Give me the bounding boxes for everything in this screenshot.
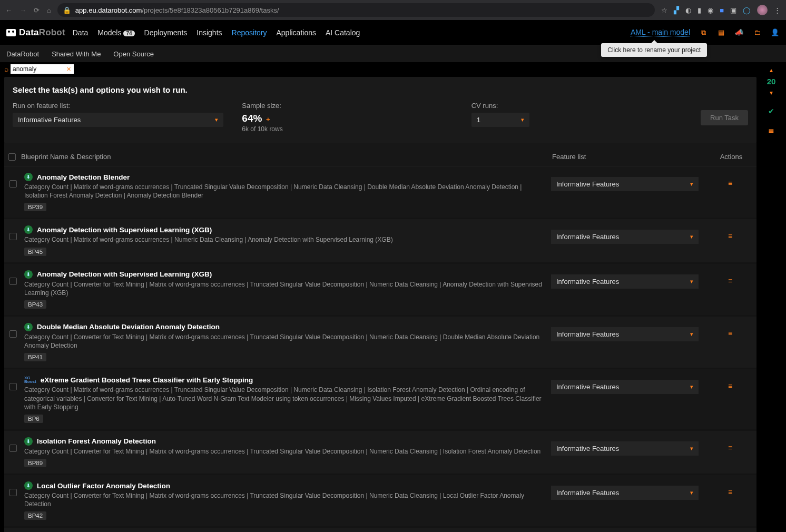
check-circle-icon[interactable]: ✔	[768, 107, 774, 115]
row-feature-list-dropdown[interactable]: Informative Features▾	[551, 486, 699, 500]
url-bar[interactable]: 🔒 app.eu.datarobot.com/projects/5e8f1832…	[57, 3, 655, 17]
lock-icon: 🔒	[63, 6, 71, 14]
blueprint-description: Category Count | Converter for Text Mini…	[24, 280, 547, 297]
share-icon[interactable]: ⧉	[699, 28, 708, 37]
browser-chrome: ← → ⟳ ⌂ 🔒 app.eu.datarobot.com/projects/…	[0, 0, 786, 20]
blueprint-title[interactable]: Double Median Absolute Deviation Anomaly…	[37, 323, 220, 331]
row-checkbox[interactable]	[9, 180, 17, 188]
chevron-down-icon[interactable]: ▾	[770, 89, 773, 96]
table-row: ⬇Mahalanobis Distance Ranked Anomaly Det…	[4, 528, 756, 532]
ext-4-icon[interactable]: ◉	[708, 6, 713, 14]
row-checkbox[interactable]	[9, 445, 17, 452]
row-actions-icon[interactable]: ≡	[709, 481, 751, 496]
chevron-down-icon: ▾	[690, 445, 693, 452]
blueprint-title[interactable]: Local Outlier Factor Anomaly Detection	[37, 482, 170, 490]
row-feature-list-value: Informative Features	[556, 383, 619, 391]
row-actions-icon[interactable]: ≡	[709, 437, 751, 452]
table-row: XG BoosteXtreme Gradient Boosted Trees C…	[4, 369, 756, 431]
row-actions-icon[interactable]: ≡	[709, 323, 751, 338]
home-icon[interactable]: ⌂	[47, 6, 51, 14]
blueprint-id-badge: BP45	[24, 248, 46, 256]
table-row: ⬇Isolation Forest Anomaly DetectionCateg…	[4, 431, 756, 475]
subtab-shared-with-me[interactable]: Shared With Me	[52, 50, 101, 58]
star-icon[interactable]: ☆	[661, 6, 667, 14]
menu-item-applications[interactable]: Applications	[276, 28, 316, 37]
menu-item-data[interactable]: Data	[73, 28, 89, 37]
blueprint-title[interactable]: Anomaly Detection with Supervised Learni…	[37, 270, 212, 278]
user-icon[interactable]: 👤	[770, 28, 780, 36]
subtab-datarobot[interactable]: DataRobot	[6, 50, 39, 58]
row-feature-list-dropdown[interactable]: Informative Features▾	[551, 177, 699, 191]
ext-5-icon[interactable]: ■	[720, 6, 724, 14]
menu-item-repository[interactable]: Repository	[232, 28, 267, 37]
url-domain: app.eu.datarobot.com	[75, 6, 142, 14]
row-actions-icon[interactable]: ≡	[709, 173, 751, 188]
row-checkbox[interactable]	[9, 233, 17, 240]
avatar[interactable]	[757, 5, 768, 15]
blueprint-id-badge: BP39	[24, 203, 46, 211]
back-icon[interactable]: ←	[5, 6, 12, 14]
row-feature-list-dropdown[interactable]: Informative Features▾	[551, 274, 699, 289]
subtab-open-source[interactable]: Open Source	[113, 50, 154, 58]
book-icon[interactable]: ▤	[716, 28, 726, 36]
clear-search-icon[interactable]: ✕	[66, 66, 71, 73]
row-checkbox[interactable]	[9, 383, 17, 390]
run-task-button[interactable]: Run Task	[701, 110, 748, 125]
menu-item-models[interactable]: Models74	[97, 28, 134, 37]
bullhorn-icon[interactable]: 📣	[734, 28, 744, 36]
chevron-up-icon[interactable]: ▴	[770, 66, 773, 74]
reload-icon[interactable]: ⟳	[34, 6, 40, 14]
menu-item-ai-catalog[interactable]: AI Catalog	[326, 28, 360, 37]
blueprint-title[interactable]: eXtreme Gradient Boosted Trees Classifie…	[41, 376, 253, 384]
xgboost-icon: XG Boost	[24, 376, 36, 384]
sample-size-label: Sample size:	[242, 102, 460, 110]
app-topbar: DataRobot DataModels74DeploymentsInsight…	[0, 20, 786, 45]
ext-6-icon[interactable]: ▣	[730, 6, 736, 14]
blueprint-title[interactable]: Anomaly Detection Blender	[37, 173, 130, 181]
cv-runs-dropdown[interactable]: 1 ▾	[471, 113, 529, 127]
sample-size-plus[interactable]: +	[266, 115, 270, 123]
logo-text-robot: Robot	[39, 27, 65, 37]
row-actions-icon[interactable]: ≡	[709, 376, 751, 390]
select-all-checkbox[interactable]	[8, 153, 16, 161]
folder-icon[interactable]: 🗀	[752, 28, 762, 36]
row-actions-icon[interactable]: ≡	[709, 270, 751, 285]
project-name[interactable]: AML - main model	[631, 28, 690, 37]
blueprint-id-badge: BP89	[24, 459, 46, 467]
queue-count[interactable]: 20	[767, 77, 776, 86]
search-input[interactable]	[11, 64, 74, 74]
blueprint-description: Category Count | Converter for Text Mini…	[24, 447, 547, 456]
blueprint-title[interactable]: Isolation Forest Anomaly Detection	[37, 437, 156, 445]
menu-item-deployments[interactable]: Deployments	[144, 28, 188, 37]
row-feature-list-dropdown[interactable]: Informative Features▾	[551, 441, 699, 456]
logo-icon	[6, 29, 16, 36]
ext-7-icon[interactable]: ◯	[743, 6, 751, 14]
row-feature-list-dropdown[interactable]: Informative Features▾	[551, 327, 699, 341]
ext-1-icon[interactable]: ▞	[674, 6, 679, 14]
menu-icon[interactable]: ⋮	[774, 6, 781, 14]
search-icon: ⌕	[4, 65, 8, 73]
row-checkbox[interactable]	[9, 278, 17, 285]
chevron-down-icon: ▾	[521, 116, 524, 123]
table-row: ⬇Anomaly Detection with Supervised Learn…	[4, 219, 756, 263]
row-feature-list-dropdown[interactable]: Informative Features▾	[551, 230, 699, 244]
row-checkbox[interactable]	[9, 330, 17, 338]
task-list-icon[interactable]: ≣	[768, 126, 774, 134]
ext-2-icon[interactable]: ◐	[685, 6, 691, 14]
menu-item-insights[interactable]: Insights	[196, 28, 222, 37]
blueprint-description: Category Count | Matrix of word-grams oc…	[24, 235, 547, 244]
row-checkbox[interactable]	[9, 489, 17, 496]
row-feature-list-value: Informative Features	[556, 278, 619, 285]
ext-3-icon[interactable]: ▮	[697, 6, 701, 14]
blueprint-description: Category Count | Converter for Text Mini…	[24, 333, 547, 350]
row-feature-list-dropdown[interactable]: Informative Features▾	[551, 380, 699, 394]
blueprint-title[interactable]: Anomaly Detection with Supervised Learni…	[37, 226, 212, 234]
blueprint-id-badge: BP42	[24, 511, 46, 520]
feature-list-dropdown[interactable]: Informative Features ▾	[13, 113, 223, 127]
chevron-down-icon: ▾	[690, 383, 693, 390]
logo[interactable]: DataRobot	[6, 27, 65, 38]
forward-icon[interactable]: →	[19, 6, 26, 14]
row-actions-icon[interactable]: ≡	[709, 225, 751, 240]
row-feature-list-value: Informative Features	[556, 233, 619, 241]
blueprint-id-badge: BP41	[24, 353, 46, 361]
